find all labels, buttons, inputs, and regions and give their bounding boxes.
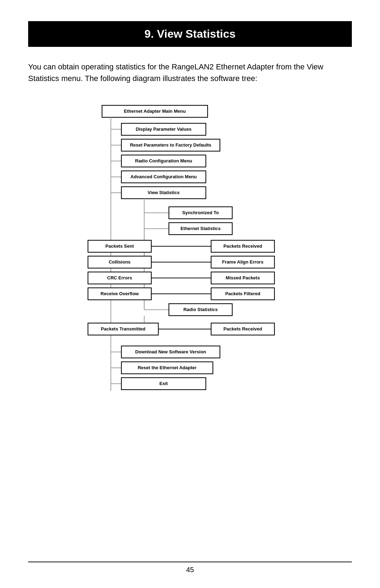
svg-text:Packets Sent: Packets Sent <box>106 243 134 249</box>
svg-text:Display Parameter Values: Display Parameter Values <box>136 126 191 132</box>
svg-text:Reset Parameters to Factory De: Reset Parameters to Factory Defaults <box>130 142 211 148</box>
root-label: Ethernet Adapter Main Menu <box>124 109 186 114</box>
tree-diagram: .box-text { font-family: Arial, sans-ser… <box>67 102 313 463</box>
svg-text:Packets Filtered: Packets Filtered <box>225 291 260 296</box>
page: 9. View Statistics You can obtain operat… <box>0 0 380 491</box>
svg-text:Frame Align Errors: Frame Align Errors <box>222 259 263 265</box>
svg-text:View Statistics: View Statistics <box>148 190 180 195</box>
svg-text:Radio Configuration Menu: Radio Configuration Menu <box>135 158 192 163</box>
svg-text:Download New Software Version: Download New Software Version <box>135 349 206 354</box>
intro-paragraph: You can obtain operating statistics for … <box>28 61 352 84</box>
svg-text:Exit: Exit <box>159 381 168 386</box>
svg-text:Packets Received: Packets Received <box>223 243 262 249</box>
page-number: 45 <box>186 566 194 574</box>
svg-text:Reset the Ethernet Adapter: Reset the Ethernet Adapter <box>138 365 196 370</box>
svg-text:Missed Packets: Missed Packets <box>226 275 260 280</box>
chapter-title: 9. View Statistics <box>28 21 352 47</box>
svg-text:Collisions: Collisions <box>109 259 131 265</box>
svg-text:CRC Errors: CRC Errors <box>107 275 132 280</box>
svg-text:Radio Statistics: Radio Statistics <box>183 307 218 312</box>
svg-text:Ethernet Statistics: Ethernet Statistics <box>180 226 221 231</box>
svg-text:Synchronized To: Synchronized To <box>182 210 219 215</box>
page-footer: 45 <box>28 562 352 574</box>
svg-text:Receive Overflow: Receive Overflow <box>101 291 139 296</box>
svg-text:Packets Transmitted: Packets Transmitted <box>101 326 146 332</box>
svg-rect-67 <box>106 391 116 437</box>
svg-text:Packets Received: Packets Received <box>223 326 262 332</box>
svg-text:Advanced Configuration Menu: Advanced Configuration Menu <box>131 174 197 179</box>
